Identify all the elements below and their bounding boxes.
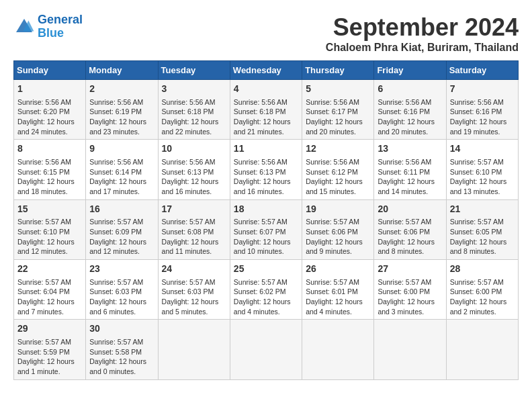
month-title: September 2024: [326, 13, 519, 42]
day-number: 20: [378, 203, 442, 216]
day-info: Sunrise: 5:57 AM Sunset: 6:09 PM Dayligh…: [89, 217, 154, 257]
header-sunday: Sunday: [14, 61, 86, 80]
calendar-cell: 19Sunrise: 5:57 AM Sunset: 6:06 PM Dayli…: [302, 199, 374, 259]
day-info: Sunrise: 5:57 AM Sunset: 6:04 PM Dayligh…: [17, 277, 82, 317]
day-number: 26: [306, 263, 370, 276]
day-number: 23: [89, 263, 154, 276]
day-number: 14: [450, 142, 515, 156]
day-info: Sunrise: 5:56 AM Sunset: 6:14 PM Dayligh…: [89, 157, 154, 197]
day-info: Sunrise: 5:56 AM Sunset: 6:16 PM Dayligh…: [378, 97, 442, 137]
day-info: Sunrise: 5:56 AM Sunset: 6:18 PM Dayligh…: [162, 97, 226, 137]
day-info: Sunrise: 5:56 AM Sunset: 6:13 PM Dayligh…: [234, 157, 298, 197]
day-number: 22: [17, 263, 82, 276]
day-number: 4: [234, 83, 298, 96]
calendar-week-1: 1Sunrise: 5:56 AM Sunset: 6:20 PM Daylig…: [14, 80, 519, 140]
day-number: 3: [162, 83, 226, 96]
calendar-cell: 16Sunrise: 5:57 AM Sunset: 6:09 PM Dayli…: [86, 199, 158, 259]
day-info: Sunrise: 5:57 AM Sunset: 6:06 PM Dayligh…: [306, 217, 370, 257]
day-number: 18: [234, 203, 298, 216]
day-info: Sunrise: 5:57 AM Sunset: 6:07 PM Dayligh…: [234, 217, 298, 257]
logo-icon: [13, 16, 35, 38]
day-info: Sunrise: 5:56 AM Sunset: 6:16 PM Dayligh…: [450, 97, 515, 137]
calendar-cell: 9Sunrise: 5:56 AM Sunset: 6:14 PM Daylig…: [86, 140, 158, 199]
calendar-table: SundayMondayTuesdayWednesdayThursdayFrid…: [13, 60, 519, 380]
calendar-week-3: 15Sunrise: 5:57 AM Sunset: 6:10 PM Dayli…: [14, 199, 519, 259]
calendar-cell: 14Sunrise: 5:57 AM Sunset: 6:10 PM Dayli…: [446, 140, 518, 199]
day-info: Sunrise: 5:57 AM Sunset: 6:10 PM Dayligh…: [450, 157, 515, 197]
day-number: 17: [162, 203, 226, 216]
day-info: Sunrise: 5:57 AM Sunset: 6:03 PM Dayligh…: [162, 277, 226, 317]
day-info: Sunrise: 5:57 AM Sunset: 5:58 PM Dayligh…: [89, 337, 154, 377]
calendar-cell: 27Sunrise: 5:57 AM Sunset: 6:00 PM Dayli…: [374, 260, 446, 320]
day-info: Sunrise: 5:57 AM Sunset: 6:02 PM Dayligh…: [234, 277, 298, 317]
logo-text: General Blue: [38, 13, 83, 40]
calendar-cell: 6Sunrise: 5:56 AM Sunset: 6:16 PM Daylig…: [374, 80, 446, 140]
day-info: Sunrise: 5:57 AM Sunset: 6:10 PM Dayligh…: [17, 217, 82, 257]
calendar-cell: 28Sunrise: 5:57 AM Sunset: 6:00 PM Dayli…: [446, 260, 518, 320]
calendar-week-2: 8Sunrise: 5:56 AM Sunset: 6:15 PM Daylig…: [14, 140, 519, 199]
day-info: Sunrise: 5:56 AM Sunset: 6:12 PM Dayligh…: [306, 157, 370, 197]
page-header: General Blue September 2024 Chaloem Phra…: [13, 13, 519, 54]
day-info: Sunrise: 5:57 AM Sunset: 6:08 PM Dayligh…: [162, 217, 226, 257]
day-info: Sunrise: 5:56 AM Sunset: 6:11 PM Dayligh…: [378, 157, 442, 197]
calendar-cell: 10Sunrise: 5:56 AM Sunset: 6:13 PM Dayli…: [158, 140, 230, 199]
location: Chaloem Phra Kiat, Buriram, Thailand: [326, 42, 519, 54]
calendar-cell: 21Sunrise: 5:57 AM Sunset: 6:05 PM Dayli…: [446, 199, 518, 259]
calendar-cell: 26Sunrise: 5:57 AM Sunset: 6:01 PM Dayli…: [302, 260, 374, 320]
day-number: 8: [17, 142, 82, 156]
calendar-cell: 2Sunrise: 5:56 AM Sunset: 6:19 PM Daylig…: [86, 80, 158, 140]
day-number: 9: [89, 142, 154, 156]
calendar-cell: 13Sunrise: 5:56 AM Sunset: 6:11 PM Dayli…: [374, 140, 446, 199]
day-info: Sunrise: 5:56 AM Sunset: 6:19 PM Dayligh…: [89, 97, 154, 137]
calendar-cell: 25Sunrise: 5:57 AM Sunset: 6:02 PM Dayli…: [230, 260, 302, 320]
day-number: 1: [17, 83, 82, 96]
calendar-cell: 18Sunrise: 5:57 AM Sunset: 6:07 PM Dayli…: [230, 199, 302, 259]
day-info: Sunrise: 5:56 AM Sunset: 6:15 PM Dayligh…: [17, 157, 82, 197]
calendar-cell: 8Sunrise: 5:56 AM Sunset: 6:15 PM Daylig…: [14, 140, 86, 199]
day-number: 27: [378, 263, 442, 276]
day-info: Sunrise: 5:56 AM Sunset: 6:18 PM Dayligh…: [234, 97, 298, 137]
day-info: Sunrise: 5:57 AM Sunset: 6:01 PM Dayligh…: [306, 277, 370, 317]
day-number: 10: [162, 142, 226, 156]
calendar-cell: 15Sunrise: 5:57 AM Sunset: 6:10 PM Dayli…: [14, 199, 86, 259]
day-number: 11: [234, 142, 298, 156]
calendar-cell: 30Sunrise: 5:57 AM Sunset: 5:58 PM Dayli…: [86, 320, 158, 379]
day-info: Sunrise: 5:57 AM Sunset: 6:00 PM Dayligh…: [378, 277, 442, 317]
day-number: 28: [450, 263, 515, 276]
calendar-week-4: 22Sunrise: 5:57 AM Sunset: 6:04 PM Dayli…: [14, 260, 519, 320]
calendar-cell: [446, 320, 518, 379]
day-number: 5: [306, 83, 370, 96]
header-monday: Monday: [86, 61, 158, 80]
day-info: Sunrise: 5:57 AM Sunset: 6:06 PM Dayligh…: [378, 217, 442, 257]
day-info: Sunrise: 5:56 AM Sunset: 6:20 PM Dayligh…: [17, 97, 82, 137]
calendar-week-5: 29Sunrise: 5:57 AM Sunset: 5:59 PM Dayli…: [14, 320, 519, 379]
calendar-cell: 4Sunrise: 5:56 AM Sunset: 6:18 PM Daylig…: [230, 80, 302, 140]
calendar-cell: 20Sunrise: 5:57 AM Sunset: 6:06 PM Dayli…: [374, 199, 446, 259]
day-info: Sunrise: 5:56 AM Sunset: 6:17 PM Dayligh…: [306, 97, 370, 137]
header-wednesday: Wednesday: [230, 61, 302, 80]
calendar-cell: 22Sunrise: 5:57 AM Sunset: 6:04 PM Dayli…: [14, 260, 86, 320]
day-info: Sunrise: 5:56 AM Sunset: 6:13 PM Dayligh…: [162, 157, 226, 197]
calendar-cell: [302, 320, 374, 379]
calendar-cell: 11Sunrise: 5:56 AM Sunset: 6:13 PM Dayli…: [230, 140, 302, 199]
calendar-cell: 23Sunrise: 5:57 AM Sunset: 6:03 PM Dayli…: [86, 260, 158, 320]
day-info: Sunrise: 5:57 AM Sunset: 5:59 PM Dayligh…: [17, 337, 82, 377]
day-number: 24: [162, 263, 226, 276]
calendar-cell: 5Sunrise: 5:56 AM Sunset: 6:17 PM Daylig…: [302, 80, 374, 140]
calendar-cell: 12Sunrise: 5:56 AM Sunset: 6:12 PM Dayli…: [302, 140, 374, 199]
day-info: Sunrise: 5:57 AM Sunset: 6:03 PM Dayligh…: [89, 277, 154, 317]
day-number: 30: [89, 322, 154, 336]
day-info: Sunrise: 5:57 AM Sunset: 6:05 PM Dayligh…: [450, 217, 515, 257]
day-number: 21: [450, 203, 515, 216]
calendar-cell: 17Sunrise: 5:57 AM Sunset: 6:08 PM Dayli…: [158, 199, 230, 259]
calendar-cell: 3Sunrise: 5:56 AM Sunset: 6:18 PM Daylig…: [158, 80, 230, 140]
header-saturday: Saturday: [446, 61, 518, 80]
day-number: 25: [234, 263, 298, 276]
calendar-cell: 29Sunrise: 5:57 AM Sunset: 5:59 PM Dayli…: [14, 320, 86, 379]
day-number: 6: [378, 83, 442, 96]
calendar-cell: 1Sunrise: 5:56 AM Sunset: 6:20 PM Daylig…: [14, 80, 86, 140]
day-number: 15: [17, 203, 82, 216]
calendar-cell: [374, 320, 446, 379]
day-number: 13: [378, 142, 442, 156]
calendar-cell: 24Sunrise: 5:57 AM Sunset: 6:03 PM Dayli…: [158, 260, 230, 320]
